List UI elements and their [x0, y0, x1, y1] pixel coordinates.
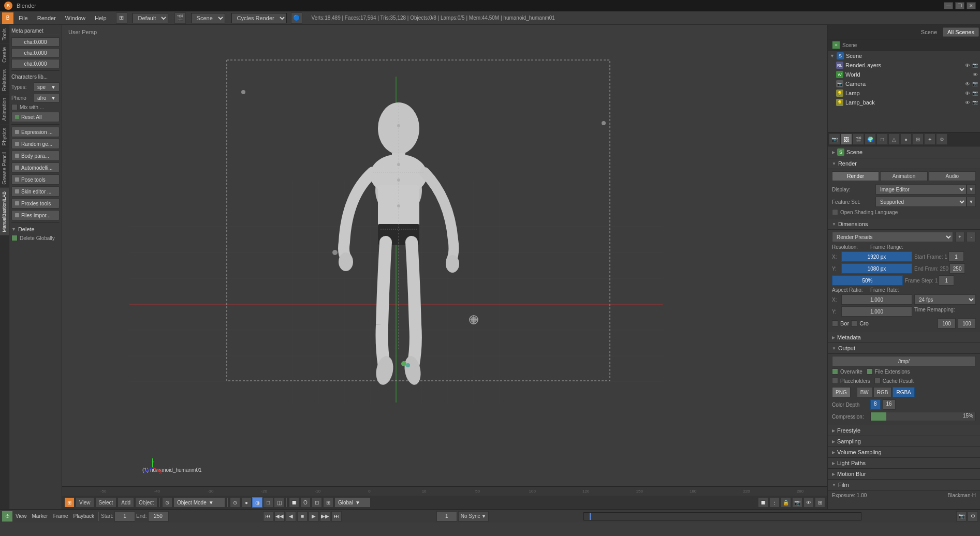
display-select[interactable]: Image Editor	[875, 184, 967, 195]
prop-tab-world[interactable]: 🌍	[865, 133, 876, 145]
shade-solid-btn[interactable]: ●	[241, 497, 252, 508]
prop-tab-object[interactable]: □	[876, 133, 888, 145]
render-tab-animation[interactable]: Animation	[880, 171, 927, 181]
format-rgba-btn[interactable]: RGBA	[893, 387, 914, 397]
aspect-x-input[interactable]	[841, 294, 912, 305]
tab-create[interactable]: Create	[0, 43, 9, 66]
minimize-btn[interactable]: —	[944, 2, 953, 9]
delete-globally-check[interactable]	[11, 235, 18, 241]
prop-tab-scene[interactable]: 🎬	[853, 133, 864, 145]
pheno-dropdown[interactable]: afro▼	[34, 93, 60, 102]
object-menu-btn[interactable]: Object	[135, 497, 157, 508]
depth-8-btn[interactable]: 8	[870, 399, 881, 410]
scene-icon[interactable]: 🎬	[174, 12, 186, 24]
select-menu-btn[interactable]: Select	[95, 497, 117, 508]
tab-tools[interactable]: Tools	[0, 25, 9, 43]
motion-blur-header[interactable]: ▶ Motion Blur	[828, 469, 980, 480]
stop-btn[interactable]: ■	[297, 511, 308, 522]
layout-selector[interactable]: Default	[133, 13, 168, 23]
vp-editor-type-btn[interactable]: ⊞	[64, 497, 75, 508]
output-path-input[interactable]	[832, 356, 976, 366]
sampling-header[interactable]: ▶ Sampling	[828, 436, 980, 447]
grid-btn[interactable]: ⋮	[769, 497, 780, 508]
tree-lamp-back[interactable]: 💡 Lamp_back 👁 📷	[828, 98, 980, 107]
tree-renderlayers[interactable]: RL RenderLayers 👁 📷	[828, 61, 980, 70]
render-icon[interactable]: 🔵	[291, 12, 302, 24]
menu-window[interactable]: Window	[61, 14, 90, 22]
res-y-input[interactable]	[841, 263, 912, 274]
format-png-btn[interactable]: PNG	[832, 387, 851, 397]
orientation-btn[interactable]: ⊞	[323, 497, 333, 508]
volume-sampling-header[interactable]: ▶ Volume Sampling	[828, 447, 980, 458]
restore-btn[interactable]: ❐	[955, 2, 964, 9]
step-back-btn[interactable]: ◀◀	[274, 511, 285, 522]
freestyle-header[interactable]: ▶ Freestyle	[828, 425, 980, 436]
pivot-btn[interactable]: ⊙	[230, 497, 240, 508]
lamp-cam[interactable]: 📷	[972, 91, 978, 96]
lamp-eye[interactable]: 👁	[965, 91, 970, 96]
reset-all-btn[interactable]: Reset All	[11, 112, 60, 122]
world-eye[interactable]: 👁	[973, 72, 978, 78]
cha-field-2[interactable]	[11, 48, 60, 57]
tab-grease-pencil[interactable]: Grease Pencil	[0, 148, 9, 188]
sync-dropdown[interactable]: No Sync▼	[458, 511, 489, 522]
tree-world[interactable]: W World 👁	[828, 70, 980, 79]
dimensions-header[interactable]: ▼ Dimensions	[828, 219, 980, 230]
tab-manuelbastioni[interactable]: ManuelBastioniLAB	[0, 188, 9, 235]
start-frame-input[interactable]	[948, 251, 964, 262]
cha-field-1[interactable]	[11, 37, 60, 47]
timeline-frame-menu[interactable]: Frame	[51, 513, 70, 519]
end-frame-input[interactable]	[949, 263, 965, 274]
feature-set-inline-btn[interactable]: ▼	[967, 197, 976, 207]
proportional-btn[interactable]: O	[300, 497, 311, 508]
current-frame-field[interactable]	[436, 511, 457, 522]
shade-wire-btn[interactable]: ◑	[252, 497, 262, 508]
add-menu-btn[interactable]: Add	[118, 497, 134, 508]
cha-field-3[interactable]	[11, 59, 60, 68]
presets-del-btn[interactable]: -	[967, 232, 976, 242]
scene-selector[interactable]: Scene	[191, 13, 225, 23]
output-header[interactable]: ▼ Output	[828, 343, 980, 354]
tab-animation[interactable]: Animation	[0, 94, 9, 124]
shade-render-btn[interactable]: ◫	[274, 497, 284, 508]
menu-render[interactable]: Render	[33, 14, 60, 22]
prop-tab-camera[interactable]: 📷	[829, 133, 840, 145]
mode-icon-btn[interactable]: ⊙	[162, 497, 172, 508]
mix-with-check[interactable]	[11, 104, 18, 110]
fps-select[interactable]: 24 fps	[914, 294, 976, 305]
film-header[interactable]: ▼ Film	[828, 480, 980, 490]
res-x-input[interactable]	[841, 251, 912, 262]
files-impor-btn[interactable]: Files impor...	[11, 210, 60, 220]
tree-camera[interactable]: 📷 Camera 👁 📷	[828, 79, 980, 88]
menu-help[interactable]: Help	[91, 14, 111, 22]
transform-dropdown[interactable]: Global▼	[334, 497, 371, 508]
cache-result-check[interactable]	[874, 378, 881, 384]
timeline-view-menu[interactable]: View	[13, 513, 29, 519]
osl-check[interactable]	[832, 209, 838, 215]
skin-editor-btn[interactable]: Skin editor ...	[11, 186, 60, 197]
play-back-btn[interactable]: ◀	[286, 511, 296, 522]
random-ge-btn[interactable]: Random ge...	[11, 139, 60, 149]
editor-type-icon[interactable]: B	[2, 12, 13, 24]
tab-physics[interactable]: Physics	[0, 124, 9, 148]
renderlayers-cam[interactable]: 📷	[972, 63, 978, 68]
prop-tab-physics[interactable]: ⚙	[936, 133, 947, 145]
prop-tab-render[interactable]: 🖼	[841, 133, 852, 145]
overwrite-check[interactable]	[832, 368, 838, 375]
tree-lamp[interactable]: 💡 Lamp 👁 📷	[828, 88, 980, 98]
file-ext-check[interactable]	[867, 368, 873, 375]
render-engine-selector[interactable]: Cycles Render	[231, 13, 287, 23]
tab-relations[interactable]: Relations	[0, 66, 9, 94]
timeline-playback-menu[interactable]: Playback	[71, 513, 97, 519]
render-tab-audio[interactable]: Audio	[929, 171, 976, 181]
viewport-3d[interactable]: User Persp (1) humanoid_humanm01 X Y Z	[62, 25, 827, 509]
render-presets-select[interactable]: Render Presets	[832, 232, 953, 242]
pct-input[interactable]	[832, 275, 903, 286]
render-preview-btn[interactable]: 📷	[956, 511, 967, 522]
time-old-input[interactable]	[938, 318, 956, 329]
viewport-icon[interactable]: ⊞	[116, 12, 127, 24]
jump-end-btn[interactable]: ⏭	[331, 511, 342, 522]
feature-set-select[interactable]: Supported	[875, 197, 967, 207]
scene-section-header[interactable]: ▶ S Scene	[828, 146, 980, 158]
prop-tab-particles[interactable]: ✦	[924, 133, 935, 145]
